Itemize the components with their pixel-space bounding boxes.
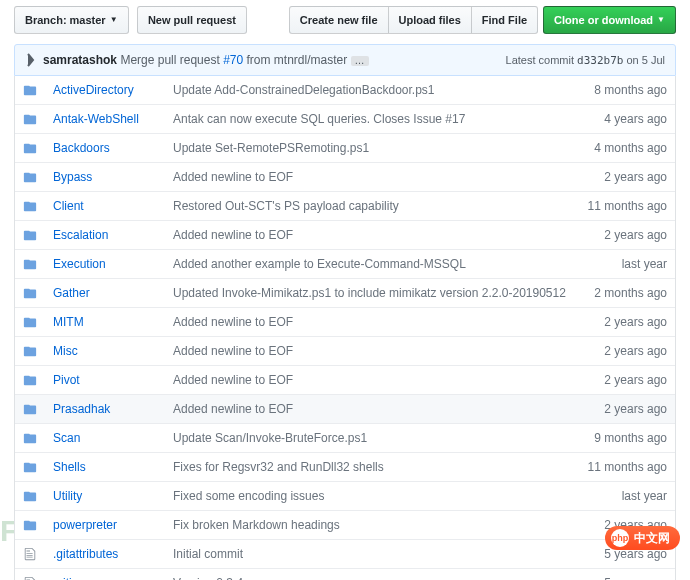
file-name-link[interactable]: Client [53, 199, 84, 213]
file-row: BackdoorsUpdate Set-RemotePSRemoting.ps1… [15, 134, 675, 163]
file-row: GatherUpdated Invoke-Mimikatz.ps1 to inc… [15, 279, 675, 308]
file-icon [15, 569, 45, 581]
file-name-link[interactable]: Antak-WebShell [53, 112, 139, 126]
branch-selector[interactable]: Branch: master ▼ [14, 6, 129, 34]
commit-message-link[interactable]: Added newline to EOF [173, 170, 293, 184]
file-name-link[interactable]: Misc [53, 344, 78, 358]
file-name-link[interactable]: Execution [53, 257, 106, 271]
file-name-link[interactable]: Pivot [53, 373, 80, 387]
file-name-link[interactable]: .gitignore [53, 576, 102, 580]
commit-message-link[interactable]: Added newline to EOF [173, 315, 293, 329]
expand-commit-message[interactable]: … [351, 56, 369, 66]
commit-author[interactable]: samratashok [43, 53, 117, 67]
folder-icon [15, 134, 45, 163]
file-row: ScanUpdate Scan/Invoke-BruteForce.ps19 m… [15, 424, 675, 453]
file-age: 2 years ago [580, 163, 675, 192]
folder-icon [15, 366, 45, 395]
file-row: ShellsFixes for Regsvr32 and RunDll32 sh… [15, 453, 675, 482]
file-name-link[interactable]: Scan [53, 431, 80, 445]
file-name-link[interactable]: .gitattributes [53, 547, 118, 561]
folder-icon [15, 250, 45, 279]
folder-icon [15, 76, 45, 105]
file-row: ActiveDirectoryUpdate Add-ConstrainedDel… [15, 76, 675, 105]
file-name-link[interactable]: Gather [53, 286, 90, 300]
folder-icon [15, 163, 45, 192]
file-age: 11 months ago [580, 453, 675, 482]
commit-message-link[interactable]: Updated Invoke-Mimikatz.ps1 to include m… [173, 286, 566, 300]
file-age: last year [580, 482, 675, 511]
caret-down-icon: ▼ [110, 11, 118, 29]
file-row: ExecutionAdded another example to Execut… [15, 250, 675, 279]
file-row: ClientRestored Out-SCT's PS payload capa… [15, 192, 675, 221]
folder-icon [15, 482, 45, 511]
commit-message-link[interactable]: Version 0.3.4 [173, 576, 243, 580]
commit-message-link[interactable]: Update Scan/Invoke-BruteForce.ps1 [173, 431, 367, 445]
latest-commit-label: Latest commit [506, 54, 574, 66]
commit-message-link[interactable]: Update Add-ConstrainedDelegationBackdoor… [173, 83, 435, 97]
file-row: EscalationAdded newline to EOF2 years ag… [15, 221, 675, 250]
commit-message-link[interactable]: Added another example to Execute-Command… [173, 257, 466, 271]
folder-icon [15, 395, 45, 424]
chevron-right-icon [25, 53, 37, 67]
folder-icon [15, 279, 45, 308]
file-name-link[interactable]: Shells [53, 460, 86, 474]
file-name-link[interactable]: Prasadhak [53, 402, 110, 416]
file-name-link[interactable]: Backdoors [53, 141, 110, 155]
folder-icon [15, 424, 45, 453]
folder-icon [15, 308, 45, 337]
file-row: PivotAdded newline to EOF2 years ago [15, 366, 675, 395]
file-age: 11 months ago [580, 192, 675, 221]
new-pull-request-button[interactable]: New pull request [137, 6, 247, 34]
file-row: MiscAdded newline to EOF2 years ago [15, 337, 675, 366]
repo-toolbar: Branch: master ▼ New pull request Create… [14, 6, 676, 34]
file-age: 2 months ago [580, 279, 675, 308]
commit-message-link[interactable]: Fixed some encoding issues [173, 489, 324, 503]
commit-message-link[interactable]: Restored Out-SCT's PS payload capability [173, 199, 399, 213]
file-row: .gitignoreVersion 0.3.45 years ago [15, 569, 675, 581]
commit-date: on 5 Jul [626, 54, 665, 66]
create-file-button[interactable]: Create new file [289, 6, 389, 34]
branch-name: master [70, 11, 106, 29]
commit-message-link[interactable]: Added newline to EOF [173, 402, 293, 416]
file-age: 2 years ago [580, 308, 675, 337]
commit-action: Merge pull request [120, 53, 219, 67]
file-row: PrasadhakAdded newline to EOF2 years ago [15, 395, 675, 424]
commit-message-link[interactable]: Added newline to EOF [173, 373, 293, 387]
commit-message-link[interactable]: Update Set-RemotePSRemoting.ps1 [173, 141, 369, 155]
folder-icon [15, 192, 45, 221]
php-logo-icon: php [611, 529, 629, 547]
latest-commit-bar: samratashok Merge pull request #70 from … [14, 44, 676, 76]
file-age: 2 years ago [580, 221, 675, 250]
commit-message-link[interactable]: Initial commit [173, 547, 243, 561]
file-row: BypassAdded newline to EOF2 years ago [15, 163, 675, 192]
file-actions-group: Create new file Upload files Find File [289, 6, 538, 34]
file-age: 9 months ago [580, 424, 675, 453]
clone-download-button[interactable]: Clone or download ▼ [543, 6, 676, 34]
commit-message-link[interactable]: Added newline to EOF [173, 344, 293, 358]
file-name-link[interactable]: Utility [53, 489, 82, 503]
file-name-link[interactable]: powerpreter [53, 518, 117, 532]
commit-pr-link[interactable]: #70 [223, 53, 243, 67]
upload-files-button[interactable]: Upload files [388, 6, 472, 34]
file-name-link[interactable]: ActiveDirectory [53, 83, 134, 97]
file-age: 4 months ago [580, 134, 675, 163]
file-name-link[interactable]: MITM [53, 315, 84, 329]
file-name-link[interactable]: Bypass [53, 170, 92, 184]
commit-message-link[interactable]: Fix broken Markdown headings [173, 518, 340, 532]
file-row: MITMAdded newline to EOF2 years ago [15, 308, 675, 337]
caret-down-icon: ▼ [657, 11, 665, 29]
file-row: UtilityFixed some encoding issueslast ye… [15, 482, 675, 511]
file-name-link[interactable]: Escalation [53, 228, 108, 242]
folder-icon [15, 105, 45, 134]
folder-icon [15, 453, 45, 482]
file-age: 2 years ago [580, 337, 675, 366]
file-age: 2 years ago [580, 395, 675, 424]
commit-message-link[interactable]: Antak can now execute SQL queries. Close… [173, 112, 465, 126]
file-row: .gitattributesInitial commit5 years ago [15, 540, 675, 569]
file-age: 8 months ago [580, 76, 675, 105]
folder-icon [15, 511, 45, 540]
commit-message-link[interactable]: Fixes for Regsvr32 and RunDll32 shells [173, 460, 384, 474]
find-file-button[interactable]: Find File [471, 6, 538, 34]
commit-sha[interactable]: d332b7b [577, 54, 623, 67]
commit-message-link[interactable]: Added newline to EOF [173, 228, 293, 242]
